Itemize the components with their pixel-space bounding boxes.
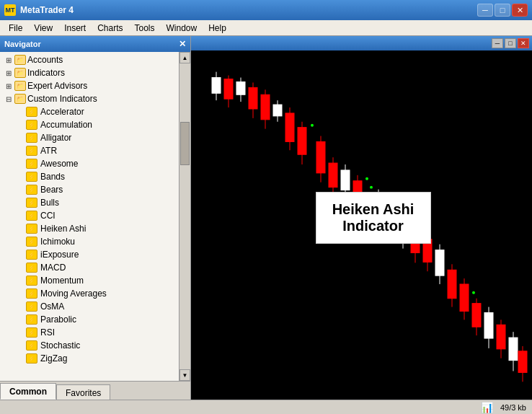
ea-folder-icon: 📁 [14, 81, 26, 91]
tree-item-awesome[interactable]: ⚡ Awesome [0, 157, 179, 170]
accounts-folder-icon: 📁 [14, 55, 26, 65]
bands-icon: ⚡ [26, 172, 37, 182]
tree-item-ichimoku[interactable]: ⚡ Ichimoku [0, 235, 179, 248]
accelerator-label: Accelerator [40, 107, 84, 117]
svg-point-27 [370, 186, 373, 189]
tree-item-macd[interactable]: ⚡ MACD [0, 261, 179, 274]
minimize-button[interactable]: ─ [477, 4, 493, 17]
menu-window[interactable]: Window [161, 22, 203, 35]
svg-rect-12 [273, 105, 282, 116]
menu-file[interactable]: File [3, 22, 28, 35]
chart-area[interactable]: ─ □ ✕ [191, 36, 532, 400]
custom-indicators-children: ⚡ Accelerator ⚡ Accumulation ⚡ Alligator… [0, 105, 179, 365]
expand-indicators-icon: ⊞ [3, 67, 14, 79]
app-icon: MT [4, 4, 16, 16]
ichimoku-icon: ⚡ [26, 237, 37, 247]
heiken-ashi-icon: ⚡ [26, 224, 37, 234]
tree-item-bands[interactable]: ⚡ Bands [0, 170, 179, 183]
tree-item-parabolic[interactable]: ⚡ Parabolic [0, 313, 179, 326]
nav-tree[interactable]: ⊞ 📁 Accounts ⊞ 📁 Indicators ⊞ 📁 Expert A… [0, 52, 179, 381]
accelerator-icon: ⚡ [26, 107, 37, 117]
bears-icon: ⚡ [26, 185, 37, 195]
menu-insert[interactable]: Insert [58, 22, 92, 35]
awesome-icon: ⚡ [26, 159, 37, 169]
svg-rect-43 [460, 284, 469, 312]
tree-item-accumulation[interactable]: ⚡ Accumulation [0, 118, 179, 131]
svg-rect-16 [298, 128, 306, 155]
svg-rect-10 [261, 94, 270, 120]
scroll-track[interactable] [179, 63, 190, 369]
tree-item-bulls[interactable]: ⚡ Bulls [0, 196, 179, 209]
close-button[interactable]: ✕ [512, 4, 528, 17]
menu-view[interactable]: View [28, 22, 58, 35]
inner-minimize-button[interactable]: ─ [492, 38, 503, 48]
tree-item-bears[interactable]: ⚡ Bears [0, 183, 179, 196]
cci-label: CCI [40, 211, 56, 221]
app-title: MetaTrader 4 [20, 5, 74, 15]
inner-title-buttons: ─ □ ✕ [492, 38, 529, 48]
chart-label-line1: Heiken Ashi [331, 201, 416, 218]
inner-close-button[interactable]: ✕ [518, 38, 529, 48]
main-area: Navigator ✕ ⊞ 📁 Accounts ⊞ 📁 Indicators [0, 36, 532, 400]
chart-overlay-label: Heiken Ashi Indicator [316, 192, 431, 244]
stochastic-label: Stochastic [40, 340, 80, 351]
tree-item-heiken-ashi[interactable]: ⚡ Heiken Ashi [0, 222, 179, 235]
tree-item-alligator[interactable]: ⚡ Alligator [0, 131, 179, 144]
chart-indicator: 📊 [481, 402, 493, 413]
tree-item-atr[interactable]: ⚡ ATR [0, 144, 179, 157]
nav-scrollbar[interactable]: ▲ ▼ [179, 52, 190, 381]
tree-item-custom-indicators[interactable]: ⊟ 📁 Custom Indicators [0, 92, 179, 105]
navigator-title: Navigator [4, 40, 41, 48]
tree-item-momentum[interactable]: ⚡ Momentum [0, 274, 179, 287]
expand-ci-icon: ⊟ [3, 93, 14, 105]
title-bar-buttons: ─ □ ✕ [477, 4, 528, 17]
svg-rect-46 [472, 304, 481, 327]
tree-item-iexposure[interactable]: ⚡ iExposure [0, 248, 179, 261]
nav-content: ⊞ 📁 Accounts ⊞ 📁 Indicators ⊞ 📁 Expert A… [0, 52, 190, 381]
bears-label: Bears [40, 185, 63, 195]
expert-advisors-label: Expert Advisors [27, 81, 87, 91]
custom-indicators-label: Custom Indicators [27, 94, 97, 104]
tree-item-expert-advisors[interactable]: ⊞ 📁 Expert Advisors [0, 79, 179, 92]
svg-rect-48 [484, 312, 493, 338]
scroll-down-button[interactable]: ▼ [179, 369, 190, 381]
svg-rect-41 [448, 270, 456, 299]
heiken-ashi-label: Heiken Ashi [40, 224, 86, 234]
tab-common[interactable]: Common [0, 383, 56, 400]
tree-item-indicators[interactable]: ⊞ 📁 Indicators [0, 66, 179, 79]
tree-item-moving-averages[interactable]: ⚡ Moving Averages [0, 287, 179, 300]
inner-title-bar: ─ □ ✕ [191, 36, 532, 50]
maximize-button[interactable]: □ [495, 4, 510, 17]
svg-rect-21 [329, 163, 337, 188]
svg-rect-19 [316, 141, 325, 172]
tab-favorites[interactable]: Favorites [56, 384, 110, 400]
scroll-up-button[interactable]: ▲ [179, 52, 190, 63]
svg-point-44 [472, 291, 475, 294]
ci-folder-icon: 📁 [14, 94, 26, 104]
rsi-icon: ⚡ [26, 327, 37, 338]
menu-help[interactable]: Help [203, 22, 232, 35]
parabolic-label: Parabolic [40, 314, 76, 325]
cci-icon: ⚡ [26, 211, 37, 221]
accumulation-icon: ⚡ [26, 120, 37, 130]
tree-item-osma[interactable]: ⚡ OsMA [0, 300, 179, 313]
svg-point-17 [311, 124, 314, 127]
tree-item-accounts[interactable]: ⊞ 📁 Accounts [0, 53, 179, 66]
inner-maximize-button[interactable]: □ [505, 38, 516, 48]
menu-charts[interactable]: Charts [92, 22, 128, 35]
momentum-label: Momentum [40, 276, 84, 286]
tree-item-accelerator[interactable]: ⚡ Accelerator [0, 105, 179, 118]
tree-item-rsi[interactable]: ⚡ RSI [0, 326, 179, 339]
memory-status: 49/3 kb [500, 403, 526, 412]
parabolic-icon: ⚡ [26, 314, 37, 325]
navigator-close-button[interactable]: ✕ [179, 39, 186, 49]
tree-item-zigzag[interactable]: ⚡ ZigZag [0, 352, 179, 365]
scroll-thumb[interactable] [180, 122, 190, 165]
rsi-label: RSI [40, 327, 55, 338]
tree-item-stochastic[interactable]: ⚡ Stochastic [0, 339, 179, 352]
macd-label: MACD [40, 263, 66, 273]
tree-item-cci[interactable]: ⚡ CCI [0, 209, 179, 222]
bulls-icon: ⚡ [26, 198, 37, 208]
menu-tools[interactable]: Tools [129, 22, 161, 35]
iexposure-icon: ⚡ [26, 250, 37, 260]
